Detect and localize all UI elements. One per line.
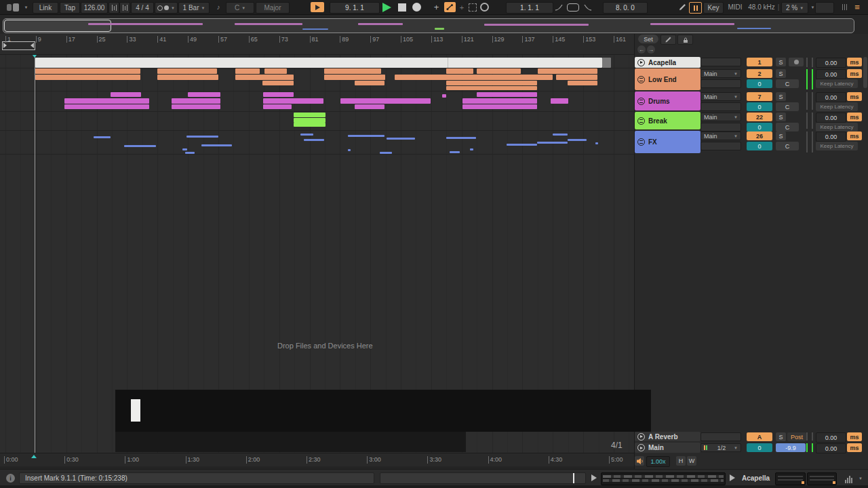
loop-start-field[interactable]: 1. 1. 1 xyxy=(506,2,553,14)
next-locator-button[interactable]: → xyxy=(647,45,655,54)
time-tick[interactable]: 3:00 xyxy=(367,456,381,464)
fx-clip[interactable] xyxy=(450,151,460,153)
capture-midi-button[interactable]: + xyxy=(432,2,441,12)
fx-clip[interactable] xyxy=(300,134,313,136)
drums-clip[interactable] xyxy=(64,98,149,104)
fx-clip[interactable] xyxy=(595,142,598,144)
unfold-icon[interactable] xyxy=(637,117,645,125)
track-header-break[interactable]: Break xyxy=(635,112,701,129)
tempo-field[interactable]: 126.00 xyxy=(81,2,108,14)
fx-clip[interactable] xyxy=(304,139,324,141)
bar-number-tick[interactable]: 161 xyxy=(614,36,626,43)
low_end-clip[interactable] xyxy=(446,86,537,90)
quantize-select[interactable]: 1 Bar▼ xyxy=(178,2,210,14)
drums-clip[interactable] xyxy=(263,98,323,104)
loop-button[interactable] xyxy=(566,2,580,12)
lock-envelopes-button[interactable] xyxy=(677,35,693,45)
time-tick[interactable]: 4:00 xyxy=(488,456,502,464)
window-menu-icon[interactable] xyxy=(4,2,22,12)
fx-clip[interactable] xyxy=(185,152,195,154)
fx-io-sub-select[interactable] xyxy=(701,142,741,150)
low_end-clip[interactable] xyxy=(446,68,473,74)
re-enable-automation-button[interactable]: + xyxy=(458,2,465,12)
drums-number[interactable]: 7 xyxy=(747,92,772,101)
preview-volume-button[interactable] xyxy=(635,456,644,466)
tap-tempo-button[interactable]: Tap xyxy=(60,2,80,14)
acapella-track-delay-field[interactable]: 0.00 xyxy=(816,58,846,68)
drums-clip[interactable] xyxy=(462,98,537,104)
a-reverb-delay-unit[interactable]: ms xyxy=(847,432,862,441)
fx-clip[interactable] xyxy=(348,135,384,137)
zoom-level-field[interactable]: 1.00x xyxy=(646,456,670,467)
return-header-main[interactable]: Main xyxy=(635,443,701,453)
bar-number-tick[interactable]: 145 xyxy=(553,36,565,43)
fx-clip[interactable] xyxy=(537,142,568,144)
return-header-a-reverb[interactable]: A Reverb xyxy=(635,432,701,441)
drums-clip[interactable] xyxy=(462,104,537,109)
bar-number-tick[interactable]: 41 xyxy=(157,36,166,43)
fx-clip[interactable] xyxy=(348,149,351,151)
low_end-clip[interactable] xyxy=(324,68,381,74)
preferences-menu-icon[interactable]: ≡ xyxy=(852,2,863,12)
acapella-clip[interactable] xyxy=(35,58,602,68)
low-end-solo-button[interactable]: S xyxy=(776,69,786,78)
midi-overdub-button[interactable] xyxy=(468,2,477,12)
time-tick[interactable]: 5:00 xyxy=(609,456,623,464)
low_end-clip[interactable] xyxy=(35,68,140,74)
time-tick[interactable]: 4:30 xyxy=(549,456,563,464)
record-button[interactable] xyxy=(412,2,422,12)
low_end-clip[interactable] xyxy=(157,75,218,80)
clip-play-icon[interactable] xyxy=(730,474,735,481)
drums-clip[interactable] xyxy=(551,98,568,104)
key-map-button[interactable]: Key xyxy=(703,2,724,14)
break-number[interactable]: 22 xyxy=(747,113,772,121)
bar-number-tick[interactable]: 153 xyxy=(583,36,595,43)
bar-number-tick[interactable]: 105 xyxy=(401,36,413,43)
main-track-delay-field[interactable]: 0.00 xyxy=(816,443,846,453)
bar-number-tick[interactable]: 97 xyxy=(370,36,379,43)
bar-number-tick[interactable]: 57 xyxy=(218,36,227,43)
drums-clip[interactable] xyxy=(172,98,220,104)
low-end-pan-field[interactable]: 0 xyxy=(747,79,772,88)
main-number[interactable]: 0 xyxy=(747,443,772,452)
drums-clip[interactable] xyxy=(172,104,220,109)
fx-clip[interactable] xyxy=(387,138,415,140)
low_end-clip[interactable] xyxy=(235,68,260,74)
drums-clip[interactable] xyxy=(340,98,431,104)
fx-clip[interactable] xyxy=(553,134,568,136)
low_end-clip[interactable] xyxy=(264,68,287,74)
break-io-select[interactable]: Main▼ xyxy=(701,113,741,121)
acapella-arm-button[interactable] xyxy=(789,58,804,66)
midi-map-button[interactable]: MIDI xyxy=(726,2,745,12)
bar-number-tick[interactable]: 9 xyxy=(36,36,41,43)
fx-clip[interactable] xyxy=(94,136,111,138)
time-tick[interactable]: 0:00 xyxy=(4,456,18,464)
fx-pan-field[interactable]: 0 xyxy=(747,142,772,150)
low_end-clip[interactable] xyxy=(395,75,553,80)
break-solo-button[interactable]: S xyxy=(776,113,786,121)
play-icon[interactable] xyxy=(637,59,645,66)
fx-solo-button[interactable]: S xyxy=(776,131,786,140)
zoom-height-button[interactable]: H xyxy=(676,456,686,466)
fx-delay-unit[interactable]: ms xyxy=(847,131,862,140)
low-end-number[interactable]: 2 xyxy=(747,69,772,78)
fx-clip[interactable] xyxy=(380,152,392,154)
bar-number-tick[interactable]: 25 xyxy=(97,36,106,43)
low-end-io-sub-select[interactable] xyxy=(701,79,741,88)
fx-clip[interactable] xyxy=(470,148,473,150)
time-tick[interactable]: 0:30 xyxy=(64,456,79,464)
low_end-clip[interactable] xyxy=(556,75,597,80)
acapella-io-select[interactable] xyxy=(701,58,741,66)
bar-number-tick[interactable]: 17 xyxy=(66,36,75,43)
low-end-delay-unit[interactable]: ms xyxy=(847,69,862,78)
bar-number-tick[interactable]: 129 xyxy=(492,36,505,43)
scale-root-select[interactable]: C▼ xyxy=(226,2,254,14)
track-header-low-end[interactable]: Low End xyxy=(635,68,701,90)
loop-end-handle-icon[interactable] xyxy=(31,43,34,48)
fx-clip[interactable] xyxy=(507,144,537,146)
preview-play-icon[interactable] xyxy=(591,474,597,481)
low_end-clip[interactable] xyxy=(35,75,140,80)
low_end-clip[interactable] xyxy=(446,81,537,85)
automation-mode-button[interactable] xyxy=(444,2,456,12)
set-locator-button[interactable]: Set xyxy=(638,35,658,43)
